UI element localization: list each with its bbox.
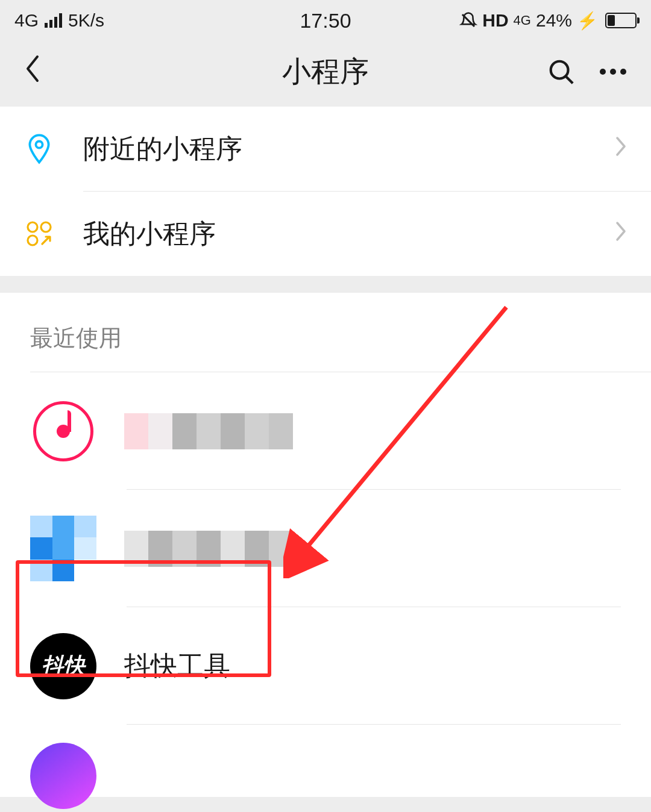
svg-point-8 — [28, 236, 37, 245]
svg-point-6 — [28, 222, 37, 232]
redacted-text — [124, 531, 293, 567]
search-button[interactable] — [547, 58, 575, 86]
redacted-text — [124, 413, 293, 449]
network-type: 4G — [14, 10, 39, 31]
section-gap — [0, 276, 651, 293]
clock: 17:50 — [300, 9, 351, 33]
net2-label: 4G — [514, 14, 531, 27]
recent-section: 最近使用 — [0, 293, 651, 797]
recent-item-3-doukuai[interactable]: 抖快 抖快工具 — [0, 607, 651, 725]
nearby-mini-programs[interactable]: 附近的小程序 — [0, 107, 651, 191]
nearby-label: 附近的小程序 — [83, 131, 615, 167]
recent-item-2[interactable] — [0, 490, 651, 607]
signal-icon — [45, 13, 62, 28]
more-button[interactable] — [599, 68, 627, 75]
recent-title: 最近使用 — [0, 293, 651, 372]
battery-icon — [605, 13, 637, 28]
recent-item-1-label — [124, 413, 293, 449]
doukuai-icon: 抖快 — [30, 633, 96, 699]
my-mini-programs[interactable]: 我的小程序 — [0, 192, 651, 276]
music-app-icon — [30, 398, 96, 464]
svg-point-2 — [600, 69, 606, 75]
top-menu-section: 附近的小程序 我的小程序 — [0, 107, 651, 276]
bell-mute-icon — [459, 11, 477, 30]
page-title: 小程序 — [282, 52, 369, 91]
chevron-right-icon — [615, 220, 627, 248]
blue-app-icon — [30, 516, 96, 582]
recent-item-1[interactable] — [0, 372, 651, 490]
doukuai-label: 抖快工具 — [124, 648, 230, 684]
navigation-bar: 小程序 — [0, 41, 651, 107]
svg-point-0 — [551, 61, 568, 78]
status-right: HD 4G 24% ⚡ — [459, 10, 637, 31]
svg-point-7 — [41, 222, 51, 232]
recent-item-2-label — [124, 531, 293, 567]
network-speed: 5K/s — [68, 10, 104, 31]
lightning-icon: ⚡ — [577, 11, 598, 31]
svg-point-4 — [620, 69, 626, 75]
svg-line-1 — [566, 76, 573, 83]
status-left: 4G 5K/s — [14, 10, 104, 31]
svg-point-3 — [610, 69, 616, 75]
chevron-right-icon — [615, 136, 627, 163]
qingdou-icon — [30, 743, 96, 809]
recent-item-4[interactable] — [0, 725, 651, 797]
mine-label: 我的小程序 — [83, 216, 615, 252]
battery-percent: 24% — [536, 10, 572, 31]
status-bar: 4G 5K/s 17:50 HD 4G 24% ⚡ — [0, 0, 651, 41]
back-button[interactable] — [24, 54, 41, 89]
apps-grid-icon — [24, 220, 54, 247]
location-pin-icon — [24, 133, 54, 164]
svg-point-5 — [36, 142, 42, 148]
hd-label: HD — [482, 10, 508, 31]
